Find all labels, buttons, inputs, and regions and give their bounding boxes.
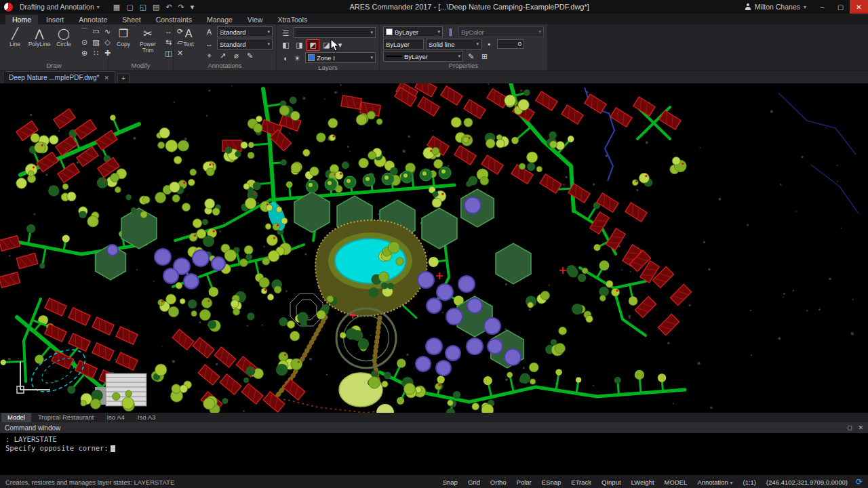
power-trim-button[interactable]: ✂Power Trim xyxy=(136,26,159,62)
ribbon-tab-sheet[interactable]: Sheet xyxy=(115,15,147,24)
toggle-snap[interactable]: Snap xyxy=(438,478,462,487)
maximize-button[interactable]: ▢ xyxy=(831,0,850,14)
layer-freeze-tool[interactable]: ◨ xyxy=(294,40,305,50)
redo-icon[interactable]: ↷ xyxy=(178,3,184,12)
rectangle-icon[interactable]: ▭ xyxy=(90,26,102,37)
ribbon-tab-bar: HomeInsertAnnotateSheetConstraintsManage… xyxy=(0,14,868,24)
match-properties-icon[interactable]: ∥ xyxy=(445,27,456,37)
app-logo-icon xyxy=(4,3,13,12)
model-tab-iso-a4[interactable]: Iso A4 xyxy=(100,413,130,422)
lineweight-dropdown[interactable]: ByLayer xyxy=(383,39,424,49)
hatch-icon[interactable]: ▨ xyxy=(90,37,102,47)
group-label-annotations[interactable]: Annotations xyxy=(174,62,276,70)
ribbon-group-modify: ❐Copy✂Power Trim ↔⟳⇆▱◫✕ Modify xyxy=(108,24,174,70)
bycolor-dropdown[interactable]: ByColor ▾ xyxy=(458,26,544,37)
circle-label: Circle xyxy=(56,41,71,47)
model-tab-model[interactable]: Model xyxy=(1,413,31,422)
ribbon-tab-home[interactable]: Home xyxy=(5,15,38,24)
ribbon-tab-manage[interactable]: Manage xyxy=(200,15,239,24)
layer-off-tool[interactable]: ◧ xyxy=(280,40,292,50)
new-tab-button[interactable]: + xyxy=(117,73,130,83)
layer-lock-tool[interactable]: ◪ xyxy=(321,40,332,50)
drawing-canvas[interactable] xyxy=(0,83,868,413)
group-label-draw[interactable]: Draw xyxy=(0,62,108,70)
scale-indicator[interactable]: (1:1) xyxy=(738,478,761,487)
command-window-header[interactable]: Command window ◻ ✕ xyxy=(0,422,868,433)
lineweight-swatch-icon[interactable]: ▪ xyxy=(484,39,495,49)
copy-button[interactable]: ❐Copy xyxy=(112,26,135,62)
toggle-esnap[interactable]: ESnap xyxy=(537,478,566,487)
ribbon-group-properties: ByLayer ▾ ∥ ByColor ▾ ByLayer xyxy=(380,24,548,70)
layer-isolate-icon[interactable]: ◐ xyxy=(280,54,292,64)
command-output[interactable]: : LAYERSTATE Specify opposite corner: xyxy=(0,433,868,475)
sync-icon[interactable]: ⟳ xyxy=(856,477,863,487)
ribbon-tab-view[interactable]: View xyxy=(241,15,270,24)
ribbon-tab-annotate[interactable]: Annotate xyxy=(72,15,114,24)
user-menu[interactable]: Milton Chanes ▾ xyxy=(745,3,806,11)
group-label-layers[interactable]: Layers xyxy=(277,64,379,71)
leader-icon[interactable]: ↗ xyxy=(217,51,229,61)
text-tool-button[interactable]: A Text xyxy=(177,26,200,62)
model-tab-tropical-restaurant[interactable]: Tropical Restaurant xyxy=(32,413,100,422)
line-button[interactable]: ╱Line xyxy=(3,26,26,62)
command-prompt[interactable]: Specify opposite corner: xyxy=(5,444,863,453)
circle-button[interactable]: ◯Circle xyxy=(52,26,75,62)
chevron-down-icon: ▾ xyxy=(97,4,100,10)
center-mark-icon[interactable]: ⌖ xyxy=(203,51,215,61)
copy-icon: ❐ xyxy=(119,28,128,40)
diameter-dimension-icon[interactable]: ⌀ xyxy=(231,51,242,61)
layers-manager-icon[interactable]: ☰ xyxy=(280,28,292,39)
properties-grid-icon[interactable]: ⊞ xyxy=(479,52,490,62)
qat-more-icon[interactable]: ▾ xyxy=(191,3,195,12)
layer-states-tool[interactable]: ◩ xyxy=(307,40,319,50)
open-file-icon[interactable]: ◱ xyxy=(140,3,146,12)
workspace-grid-icon[interactable]: ▦ xyxy=(113,3,120,12)
chevron-down-icon: ▾ xyxy=(437,29,440,35)
pattern-icon[interactable]: ∷ xyxy=(90,48,102,58)
document-tab[interactable]: Deep Nature ...mplePDF.dwg* ✕ xyxy=(3,71,115,83)
ribbon-tab-constraints[interactable]: Constraints xyxy=(149,15,199,24)
annotation-scale-dropdown[interactable]: Annotation ▾ xyxy=(692,478,737,487)
group-label-properties[interactable]: Properties xyxy=(380,62,547,70)
close-button[interactable]: ✕ xyxy=(850,0,868,14)
layer-dropdown[interactable]: Zone I ▾ xyxy=(305,52,376,63)
close-tab-icon[interactable]: ✕ xyxy=(104,75,109,81)
mirror-icon[interactable]: ⇆ xyxy=(163,37,174,47)
ribbon-tab-insert[interactable]: Insert xyxy=(39,15,71,24)
edit-annotation-icon[interactable]: ✎ xyxy=(244,51,256,61)
command-float-icon[interactable]: ◻ xyxy=(847,424,852,431)
donut-icon[interactable]: ⊕ xyxy=(79,48,90,58)
save-file-icon[interactable]: ▤ xyxy=(153,3,159,12)
toggle-lweight[interactable]: LWeight xyxy=(627,478,659,487)
thickness-field[interactable]: 0 xyxy=(497,39,524,49)
point-icon[interactable]: ⊙ xyxy=(79,37,90,47)
dimension-style-dropdown[interactable]: Standard ▾ xyxy=(217,39,273,49)
ribbon-tab-xtratools[interactable]: XtraTools xyxy=(271,15,314,24)
toggle-model[interactable]: MODEL xyxy=(660,478,692,487)
toggle-ortho[interactable]: Ortho xyxy=(486,478,511,487)
edit-properties-icon[interactable]: ✎ xyxy=(465,52,477,62)
polyline-button[interactable]: ⋀PolyLine xyxy=(28,26,51,62)
line-style-dropdown[interactable]: ByLayer ▾ xyxy=(383,51,463,62)
toggle-qinput[interactable]: QInput xyxy=(597,478,626,487)
command-close-icon[interactable]: ✕ xyxy=(858,424,863,431)
layer-thaw-icon[interactable]: ☀ xyxy=(292,54,303,64)
group-label-modify[interactable]: Modify xyxy=(108,62,173,70)
color-dropdown[interactable]: ByLayer ▾ xyxy=(383,26,443,37)
toggle-grid[interactable]: Grid xyxy=(463,478,485,487)
toggle-etrack[interactable]: ETrack xyxy=(566,478,596,487)
text-style-icon: A xyxy=(203,27,215,37)
text-style-dropdown[interactable]: Standard ▾ xyxy=(217,26,273,37)
new-file-icon[interactable]: ▢ xyxy=(126,3,133,12)
layer-filter-dropdown[interactable]: ▾ xyxy=(294,27,376,38)
move-icon[interactable]: ↔ xyxy=(163,26,174,37)
minimize-button[interactable]: – xyxy=(813,0,831,14)
layer-flyout-icon[interactable]: ▾ xyxy=(334,40,346,50)
stretch-icon[interactable]: ◫ xyxy=(163,48,174,58)
model-tab-iso-a3[interactable]: Iso A3 xyxy=(132,413,161,422)
arc-icon[interactable]: ⌒ xyxy=(79,26,90,37)
undo-icon[interactable]: ↶ xyxy=(165,3,172,12)
toggle-polar[interactable]: Polar xyxy=(512,478,536,487)
workspace-switcher[interactable]: Drafting and Annotation ▾ xyxy=(17,3,102,11)
linetype-dropdown[interactable]: Solid line ▾ xyxy=(426,39,481,49)
